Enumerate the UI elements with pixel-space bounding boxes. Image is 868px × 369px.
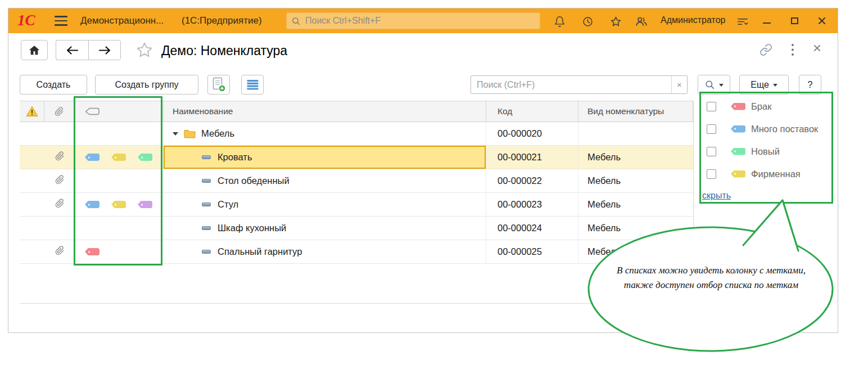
- more-menu-dots-icon[interactable]: [791, 43, 794, 56]
- row-code: 00-000023: [486, 193, 578, 216]
- favorites-star-icon[interactable]: [609, 15, 622, 28]
- list-icon: [247, 79, 259, 90]
- paperclip-icon: [55, 107, 64, 116]
- table-row[interactable]: Стул 00-000023 Мебель: [20, 193, 693, 217]
- table-row[interactable]: Шкаф кухонный 00-000024 Мебель: [20, 217, 693, 240]
- favorite-star-icon[interactable]: [135, 41, 153, 59]
- form-close-icon[interactable]: [812, 43, 822, 53]
- tag-chip: [731, 170, 745, 178]
- warning-column-header[interactable]: [20, 101, 44, 122]
- row-kind: Мебель: [578, 193, 693, 216]
- tag-chip: [85, 154, 100, 161]
- kind-column-header[interactable]: Вид номенклатуры: [578, 101, 693, 122]
- list-search-field[interactable]: ×: [471, 75, 688, 94]
- history-icon[interactable]: [581, 15, 594, 28]
- list-bottom-divider: [20, 303, 828, 304]
- table-row[interactable]: Спальный гарнитур 00-000025 Мебель: [20, 240, 693, 264]
- page-title: Демо: Номенклатура: [161, 43, 287, 58]
- search-icon: [704, 79, 715, 90]
- row-tags: [75, 193, 164, 216]
- users-icon[interactable]: [635, 15, 648, 28]
- clear-icon: ×: [677, 80, 682, 89]
- view-settings-icon[interactable]: [736, 15, 749, 28]
- row-name: Кровать: [218, 152, 252, 163]
- row-code: 00-000025: [486, 240, 578, 263]
- item-icon: [202, 155, 211, 159]
- table-row[interactable]: Мебель 00-000020: [20, 122, 693, 146]
- notifications-bell-icon[interactable]: [553, 15, 566, 28]
- list-search-input[interactable]: [471, 80, 671, 90]
- attachment-icon: [55, 175, 65, 187]
- document-plus-icon: [211, 77, 226, 92]
- tag-filter-label: Фирменная: [751, 169, 801, 179]
- tag-chip: [111, 154, 126, 161]
- search-options-button[interactable]: [698, 75, 730, 94]
- window-maximize-button[interactable]: [791, 17, 798, 24]
- help-button[interactable]: ?: [799, 75, 821, 94]
- tag-outline-icon: [85, 107, 100, 116]
- user-name[interactable]: Администратор: [661, 15, 725, 25]
- item-icon: [202, 250, 211, 254]
- row-name: Мебель: [201, 128, 234, 139]
- item-icon: [202, 202, 211, 206]
- new-item-icon-button[interactable]: [207, 75, 230, 94]
- chevron-down-icon: [719, 84, 724, 89]
- folder-icon: [184, 129, 196, 138]
- row-name: Стол обеденный: [218, 176, 290, 186]
- global-search-field[interactable]: [286, 12, 540, 29]
- tag-filter-label: Новый: [751, 146, 780, 157]
- global-search-input[interactable]: [305, 16, 535, 26]
- list-view-icon-button[interactable]: [241, 75, 264, 94]
- search-clear-button[interactable]: ×: [671, 76, 687, 93]
- table-row-selected[interactable]: Кровать 00-000021 Мебель: [20, 146, 693, 169]
- checkbox[interactable]: [707, 102, 716, 111]
- checkbox[interactable]: [707, 147, 716, 156]
- attachment-column-header[interactable]: [44, 101, 75, 122]
- main-menu-icon[interactable]: [55, 16, 67, 26]
- table-row[interactable]: Стол обеденный 00-000022 Мебель: [20, 169, 693, 193]
- title-bar: 1С Демонстрационн... (1С:Предприятие) Ад…: [8, 8, 838, 33]
- code-column-header[interactable]: Код: [486, 101, 578, 122]
- row-tags: [75, 122, 164, 145]
- callout-text: В списках можно увидеть колонку с меткам…: [614, 263, 808, 292]
- tag-filter-item[interactable]: Много поставок: [700, 118, 834, 140]
- tag-chip: [731, 148, 745, 155]
- row-code: 00-000024: [486, 217, 578, 240]
- search-icon: [291, 16, 301, 26]
- back-button[interactable]: [56, 40, 88, 60]
- attachment-icon: [55, 246, 65, 258]
- checkbox[interactable]: [707, 169, 716, 179]
- more-button[interactable]: Еще: [739, 75, 789, 94]
- tag-chip: [85, 248, 100, 255]
- window-close-button[interactable]: [817, 16, 827, 26]
- create-group-button[interactable]: Создать группу: [95, 75, 198, 94]
- tag-filter-label: Много поставок: [751, 124, 818, 134]
- chevron-down-icon: [773, 84, 777, 89]
- row-code: 00-000022: [486, 169, 578, 192]
- arrow-left-icon: [66, 46, 79, 55]
- tag-chip: [731, 103, 745, 110]
- tag-filter-item[interactable]: Новый: [700, 140, 834, 163]
- tag-chip: [111, 201, 126, 208]
- arrow-right-icon: [98, 46, 111, 55]
- name-column-header[interactable]: Наименование: [164, 101, 486, 122]
- hide-filter-link[interactable]: скрыть: [702, 191, 731, 201]
- row-tags: [75, 169, 164, 192]
- row-kind: Мебель: [578, 146, 693, 169]
- row-kind: [578, 122, 693, 145]
- create-button[interactable]: Создать: [20, 75, 87, 94]
- expand-triangle-icon[interactable]: [173, 132, 178, 136]
- tag-chip: [138, 154, 152, 161]
- checkbox[interactable]: [707, 124, 716, 134]
- tag-chip: [731, 125, 745, 133]
- home-button[interactable]: [21, 40, 48, 60]
- tags-column-header[interactable]: [75, 101, 164, 122]
- tag-filter-item[interactable]: Брак: [700, 95, 834, 118]
- row-name: Спальный гарнитур: [218, 246, 302, 257]
- window-minimize-button[interactable]: [763, 22, 771, 24]
- forward-button[interactable]: [88, 40, 121, 60]
- help-label: ?: [808, 80, 813, 90]
- get-link-icon[interactable]: [760, 43, 772, 56]
- row-kind: Мебель: [578, 240, 693, 263]
- tag-filter-item[interactable]: Фирменная: [700, 163, 834, 185]
